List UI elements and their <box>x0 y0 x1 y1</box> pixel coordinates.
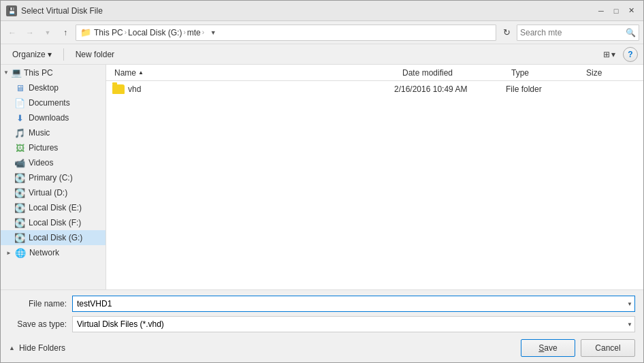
file-modified-vhd: 2/16/2016 10:49 AM <box>394 84 503 94</box>
file-type-vhd: File folder <box>506 84 581 94</box>
sidebar-videos-label: Videos <box>29 158 53 168</box>
up-button[interactable]: ↑ <box>58 25 73 40</box>
sidebar-item-downloads[interactable]: ⬇ Downloads <box>1 110 106 125</box>
dialog: 💾 Select Virtual Disk File ─ □ ✕ ← → ▼ ↑… <box>0 0 644 363</box>
expand-arrow-icon: ▼ <box>3 69 9 76</box>
breadcrumb-mte[interactable]: mte <box>187 28 201 37</box>
sidebar-item-network[interactable]: ► 🌐 Network <box>1 245 106 260</box>
view-button[interactable]: ⊞ ▾ <box>598 47 620 62</box>
dropdown-button[interactable]: ▼ <box>40 25 55 40</box>
sidebar-item-localf[interactable]: 💽 Local Disk (F:) <box>1 215 106 230</box>
savetype-row: Save as type: Virtual Disk Files (*.vhd)… <box>9 316 635 332</box>
filename-label: File name: <box>9 299 67 309</box>
search-input[interactable] <box>520 28 623 37</box>
search-box: 🔍 <box>517 25 639 41</box>
breadcrumb-folder-icon: 📁 <box>80 27 91 37</box>
col-name-header[interactable]: Name ▲ <box>112 68 400 78</box>
maximize-button[interactable]: □ <box>609 4 623 18</box>
new-folder-label: New folder <box>76 50 114 59</box>
back-button[interactable]: ← <box>5 25 20 40</box>
music-icon: 🎵 <box>14 127 25 138</box>
save-label: Save <box>538 343 557 353</box>
hide-folders-arrow-icon: ▲ <box>9 345 15 351</box>
view-icon: ⊞ <box>603 50 610 59</box>
col-size-header[interactable]: Size <box>583 68 638 78</box>
drive-g-icon: 💽 <box>14 232 25 243</box>
title-bar: 💾 Select Virtual Disk File ─ □ ✕ <box>1 1 643 21</box>
new-folder-button[interactable]: New folder <box>69 47 120 62</box>
sidebar-item-desktop[interactable]: 🖥 Desktop <box>1 80 106 95</box>
sidebar-thispc-label: This PC <box>24 68 53 78</box>
sidebar-downloads-label: Downloads <box>29 113 69 123</box>
sidebar-item-pictures[interactable]: 🖼 Pictures <box>1 140 106 155</box>
sidebar-virtual-label: Virtual (D:) <box>29 188 67 198</box>
organize-button[interactable]: Organize ▾ <box>6 47 58 62</box>
breadcrumb-bar: 📁 This PC › Local Disk (G:) › mte › ▼ <box>76 25 496 41</box>
title-controls: ─ □ ✕ <box>594 4 638 18</box>
desktop-icon: 🖥 <box>14 82 25 93</box>
refresh-button[interactable]: ↻ <box>499 25 514 40</box>
col-type-label: Type <box>511 68 529 78</box>
sidebar-thispc-header[interactable]: ▼ 💻 This PC <box>1 65 106 80</box>
sidebar-item-virtual[interactable]: 💽 Virtual (D:) <box>1 185 106 200</box>
sidebar-item-videos[interactable]: 📹 Videos <box>1 155 106 170</box>
drive-d-icon: 💽 <box>14 187 25 198</box>
minimize-button[interactable]: ─ <box>594 4 608 18</box>
help-button[interactable]: ? <box>623 47 638 62</box>
forward-button[interactable]: → <box>22 25 37 40</box>
organize-label: Organize <box>12 50 46 59</box>
sidebar-item-music[interactable]: 🎵 Music <box>1 125 106 140</box>
sidebar-documents-label: Documents <box>29 98 70 108</box>
hide-folders-label: Hide Folders <box>19 343 65 353</box>
filename-input[interactable] <box>72 296 635 312</box>
sidebar-music-label: Music <box>29 128 50 138</box>
close-button[interactable]: ✕ <box>624 4 638 18</box>
breadcrumb-dropdown-button[interactable]: ▼ <box>208 25 218 41</box>
col-type-header[interactable]: Type <box>509 68 583 78</box>
col-name-label: Name <box>114 68 136 78</box>
videos-icon: 📹 <box>14 157 25 168</box>
file-list: Name ▲ Date modified Type Size vhd <box>106 65 643 289</box>
savetype-label: Save as type: <box>9 319 67 329</box>
view-arrow: ▾ <box>611 50 615 59</box>
documents-icon: 📄 <box>14 97 25 108</box>
sidebar-primary-label: Primary (C:) <box>29 173 73 183</box>
network-expand-icon: ► <box>6 250 12 256</box>
sort-arrow-icon: ▲ <box>138 69 144 76</box>
cancel-button[interactable]: Cancel <box>581 339 635 357</box>
save-button[interactable]: Save <box>521 339 575 357</box>
col-size-label: Size <box>586 68 602 78</box>
action-row: ▲ Hide Folders Save Cancel <box>9 336 635 357</box>
toolbar: Organize ▾ New folder ⊞ ▾ ? <box>1 44 643 65</box>
savetype-select[interactable]: Virtual Disk Files (*.vhd) <box>72 316 635 332</box>
sidebar-item-locale[interactable]: 💽 Local Disk (E:) <box>1 200 106 215</box>
sidebar-item-localg[interactable]: 💽 Local Disk (G:) <box>1 230 106 245</box>
sidebar-localg-label: Local Disk (G:) <box>29 233 82 242</box>
bottom-area: File name: ▼ Save as type: Virtual Disk … <box>1 289 643 362</box>
col-modified-header[interactable]: Date modified <box>400 68 509 78</box>
sidebar-localf-label: Local Disk (F:) <box>29 218 81 227</box>
filename-input-wrapper: ▼ <box>72 296 635 312</box>
nav-bar: ← → ▼ ↑ 📁 This PC › Local Disk (G:) › mt… <box>1 21 643 44</box>
drive-e-icon: 💽 <box>14 202 25 213</box>
sidebar-item-primary[interactable]: 💽 Primary (C:) <box>1 170 106 185</box>
folder-icon <box>112 84 125 95</box>
filename-dropdown-icon[interactable]: ▼ <box>627 301 632 307</box>
sidebar-desktop-label: Desktop <box>29 83 59 93</box>
file-name-vhd: vhd <box>128 84 391 94</box>
sidebar-item-documents[interactable]: 📄 Documents <box>1 95 106 110</box>
file-row-vhd[interactable]: vhd 2/16/2016 10:49 AM File folder <box>106 81 643 97</box>
search-icon: 🔍 <box>626 28 636 37</box>
dialog-icon: 💾 <box>6 5 17 16</box>
downloads-icon: ⬇ <box>14 112 25 123</box>
breadcrumb-thispc[interactable]: This PC <box>94 28 123 37</box>
sidebar-network-label: Network <box>29 248 59 257</box>
organize-arrow: ▾ <box>48 50 52 59</box>
col-modified-label: Date modified <box>402 68 453 78</box>
breadcrumb-localdisk[interactable]: Local Disk (G:) <box>128 28 182 37</box>
hide-folders-toggle[interactable]: ▲ Hide Folders <box>9 343 65 353</box>
pc-icon: 💻 <box>11 67 22 78</box>
dialog-title: Select Virtual Disk File <box>21 6 594 16</box>
toolbar-right: ⊞ ▾ ? <box>598 47 638 62</box>
sidebar-pictures-label: Pictures <box>29 143 58 153</box>
